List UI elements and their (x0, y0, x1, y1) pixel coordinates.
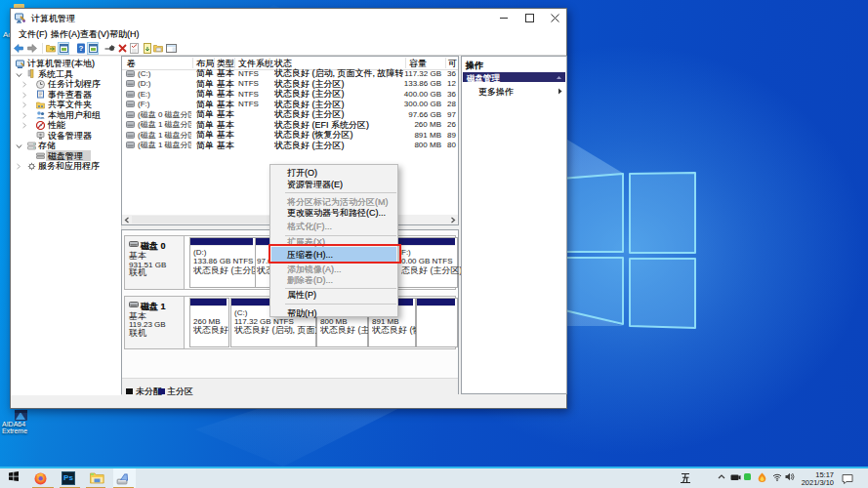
svg-text:?: ? (79, 44, 84, 53)
